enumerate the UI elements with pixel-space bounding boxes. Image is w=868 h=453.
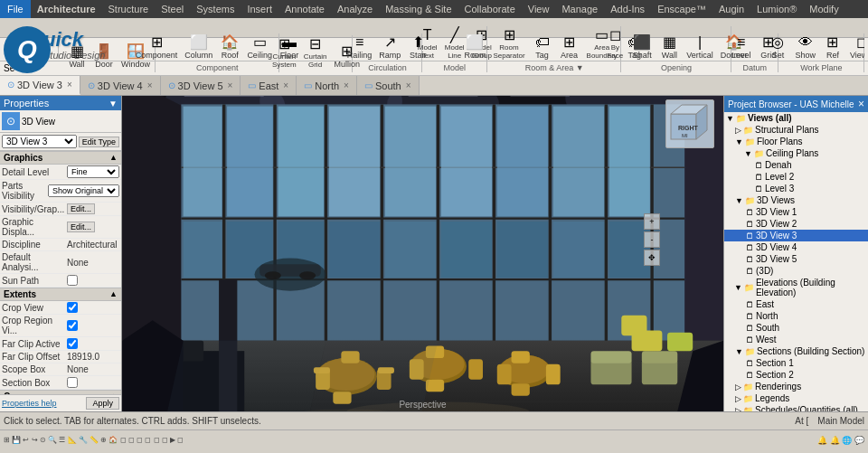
zoom-in-button[interactable]: + — [644, 213, 660, 230]
menu-item-modify[interactable]: Modify — [803, 2, 844, 16]
tree-item-3d-view-2[interactable]: 🗒 3D View 2 — [724, 218, 868, 230]
sun-path-checkbox[interactable] — [67, 275, 78, 286]
view-tab-3d-view-3[interactable]: ⊙3D View 3× — [0, 76, 80, 95]
ref-button[interactable]: ⊞ Ref — [820, 33, 845, 61]
show-button[interactable]: 👁 Show — [792, 33, 818, 61]
tree-item-structural-plans[interactable]: ▷ 📁 Structural Plans — [724, 124, 868, 136]
tree-item-east[interactable]: 🗒 East — [724, 298, 868, 310]
tree-item-level-2[interactable]: 🗒 Level 2 — [724, 171, 868, 183]
curtain-grid-button[interactable]: ⊟ CurtainGrid — [301, 35, 330, 71]
tree-item--3d-[interactable]: 🗒 (3D) — [724, 265, 868, 277]
menu-item-systems[interactable]: Systems — [190, 2, 241, 16]
tree-item-floor-plans[interactable]: ▼ 📁 Floor Plans — [724, 136, 868, 147]
roof-button[interactable]: 🏠 Roof — [217, 33, 242, 61]
tree-item-3d-view-3[interactable]: 🗒 3D View 3 — [724, 230, 868, 241]
properties-filter-icon[interactable]: ▼ — [108, 99, 118, 109]
menu-item-architecture[interactable]: Architecture — [31, 2, 102, 16]
detail-level-select[interactable]: Fine — [67, 165, 119, 178]
area-button[interactable]: ⊞ Area — [557, 33, 582, 61]
tree-toggle[interactable]: ▷ — [735, 406, 741, 412]
curtain-system-button[interactable]: ⊞ CurtainSystem — [269, 35, 299, 71]
view-tab-3d-view-4[interactable]: ⊙3D View 4× — [80, 76, 161, 95]
browser-close-button[interactable]: × — [858, 98, 864, 110]
tree-item-north[interactable]: 🗒 North — [724, 310, 868, 322]
tree-toggle[interactable]: ▼ — [735, 347, 743, 356]
crop-view-checkbox[interactable] — [67, 302, 78, 313]
menu-item-collaborate[interactable]: Collaborate — [458, 2, 522, 16]
tree-toggle[interactable]: ▼ — [734, 283, 742, 292]
menu-item-addins[interactable]: Add-Ins — [604, 2, 651, 16]
column-button[interactable]: ⬜ Column — [182, 33, 215, 61]
menu-item-annotate[interactable]: Annotate — [278, 2, 331, 16]
view-tab-close[interactable]: × — [406, 80, 411, 90]
file-menu-button[interactable]: File — [0, 0, 31, 18]
view-tab-close[interactable]: × — [67, 80, 72, 90]
menu-item-enscape[interactable]: Enscape™ — [651, 2, 712, 16]
tree-item-views--all-[interactable]: ▼ 📁 Views (all) — [724, 112, 868, 124]
tree-item-section-1[interactable]: 🗒 Section 1 — [724, 357, 868, 369]
far-clip-active-checkbox[interactable] — [67, 338, 78, 349]
tree-item-south[interactable]: 🗒 South — [724, 322, 868, 334]
menu-item-view[interactable]: View — [522, 2, 556, 16]
vertical-button[interactable]: | Vertical — [684, 33, 716, 61]
menu-item-lumion[interactable]: Lumion® — [750, 2, 803, 16]
wall-opening-button[interactable]: ▦ Wall — [656, 33, 682, 61]
view-tab-close[interactable]: × — [283, 80, 288, 90]
tree-toggle[interactable]: ▷ — [735, 126, 741, 135]
tree-item-section-2[interactable]: 🗒 Section 2 — [724, 369, 868, 381]
set-button[interactable]: ◎ Set — [765, 33, 790, 61]
zoom-out-button[interactable]: - — [644, 231, 660, 248]
tree-item-west[interactable]: 🗒 West — [724, 334, 868, 345]
pan-button[interactable]: ✥ — [644, 250, 660, 266]
tree-item-schedules-quantities--all-[interactable]: ▷ 📁 Schedules/Quantities (all) — [724, 404, 868, 411]
properties-help-link[interactable]: Properties help — [2, 399, 57, 408]
parts-visibility-select[interactable]: Show Original — [48, 184, 119, 197]
tree-item-legends[interactable]: ▷ 📁 Legends — [724, 392, 868, 404]
view-tab-close[interactable]: × — [147, 80, 153, 90]
tree-item-level-3[interactable]: 🗒 Level 3 — [724, 183, 868, 194]
view-tab-close[interactable]: × — [344, 80, 349, 90]
edit-type-button[interactable]: Edit Type — [79, 137, 119, 147]
crop-region-checkbox[interactable] — [67, 320, 78, 331]
room-button[interactable]: ⬜ Room — [461, 33, 488, 61]
menu-item-steel[interactable]: Steel — [155, 2, 190, 16]
tree-toggle[interactable]: ▷ — [735, 394, 741, 403]
tree-item-3d-view-1[interactable]: 🗒 3D View 1 — [724, 206, 868, 218]
component-button[interactable]: ⊞ Component — [133, 33, 181, 61]
tag-button[interactable]: 🏷 Tag — [530, 33, 555, 61]
tree-item-ceiling-plans[interactable]: ▼ 📁 Ceiling Plans — [724, 147, 868, 159]
room-separator-button[interactable]: ⊞ RoomSeparator — [490, 26, 527, 61]
menu-item-massingsite[interactable]: Massing & Site — [379, 2, 458, 16]
level-button[interactable]: ≡ Level — [729, 33, 754, 61]
tree-item-3d-view-4[interactable]: 🗒 3D View 4 — [724, 241, 868, 253]
graphic-display-edit-button[interactable]: Edit... — [67, 222, 95, 232]
railing-button[interactable]: ≡ Railing — [344, 33, 375, 61]
tree-item-3d-views[interactable]: ▼ 📁 3D Views — [724, 194, 868, 206]
tree-item-3d-view-5[interactable]: 🗒 3D View 5 — [724, 253, 868, 265]
tree-item-elevations--building-elevation-[interactable]: ▼ 📁 Elevations (Building Elevation) — [724, 277, 868, 298]
view-name-selector[interactable]: 3D View 3 — [2, 135, 77, 148]
view-tab-south[interactable]: ▭South× — [357, 76, 420, 95]
apply-button[interactable]: Apply — [86, 397, 119, 410]
visibility-edit-button[interactable]: Edit... — [67, 203, 95, 214]
tree-item-denah[interactable]: 🗒 Denah — [724, 159, 868, 171]
menu-item-manage[interactable]: Manage — [555, 2, 604, 16]
tree-toggle[interactable]: ▷ — [735, 382, 741, 392]
view-cube-button[interactable]: RIGHT MI — [665, 99, 714, 148]
view-tab-east[interactable]: ▭East× — [241, 76, 297, 95]
viewer-button[interactable]: ◻ Viewer — [847, 33, 864, 61]
section-box-checkbox[interactable] — [67, 377, 78, 388]
menu-item-insert[interactable]: Insert — [241, 2, 278, 16]
view-tab-3d-view-5[interactable]: ⊙3D View 5× — [161, 76, 241, 95]
tree-toggle[interactable]: ▼ — [744, 149, 752, 158]
tree-toggle[interactable]: ▼ — [735, 196, 743, 205]
menu-item-structure[interactable]: Structure — [102, 2, 156, 16]
menu-item-analyze[interactable]: Analyze — [331, 2, 379, 16]
menu-item-augin[interactable]: Augin — [712, 2, 750, 16]
model-text-button[interactable]: T ModelText — [415, 26, 440, 61]
shaft-button[interactable]: ⬛ Shaft — [629, 33, 655, 61]
tree-item-renderings[interactable]: ▷ 📁 Renderings — [724, 381, 868, 392]
view-tab-north[interactable]: ▭North× — [297, 76, 357, 95]
tree-toggle[interactable]: ▼ — [735, 137, 743, 146]
by-face-button[interactable]: ◻ ByFace — [602, 26, 627, 61]
